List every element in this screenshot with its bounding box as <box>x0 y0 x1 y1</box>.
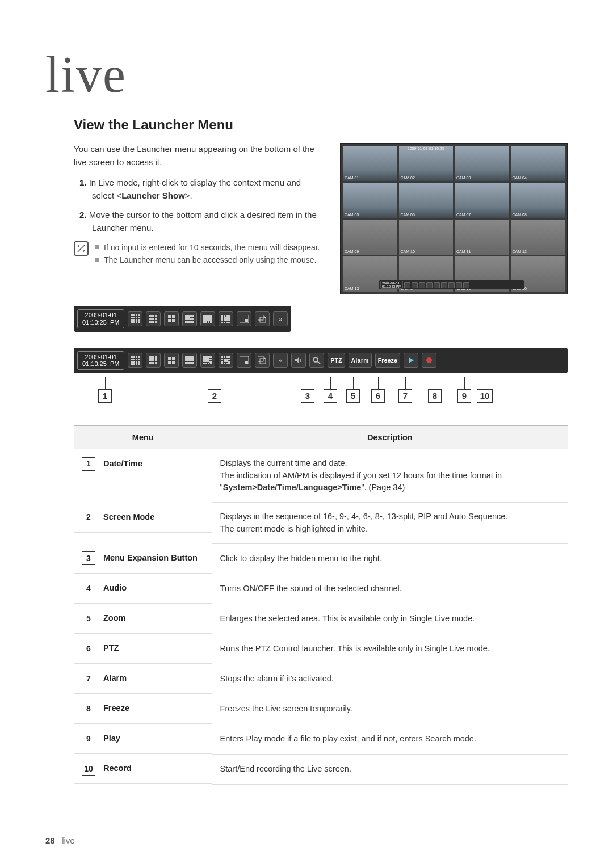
callout-3: 3 <box>301 389 314 403</box>
desc-text: Turns ON/OFF the sound of the selected c… <box>220 584 402 593</box>
cam-label: CAM 13 <box>345 286 359 290</box>
row-number: 6 <box>82 642 95 655</box>
grid-8-icon[interactable] <box>200 353 215 368</box>
svg-rect-28 <box>245 319 248 322</box>
bullet-icon <box>95 258 99 262</box>
datetime-box[interactable]: 2009-01-01 01:10:25 PM <box>77 351 124 370</box>
grid-16-icon[interactable] <box>128 311 142 326</box>
cam-tile: CAM 08 <box>511 183 565 218</box>
play-icon[interactable] <box>404 353 418 368</box>
description-cell: Start/End recording the Live screen. <box>212 754 568 784</box>
svg-rect-6 <box>203 315 209 321</box>
svg-rect-25 <box>226 322 228 323</box>
auto-sequence-icon[interactable] <box>255 311 270 326</box>
th-description: Description <box>212 425 568 449</box>
callout-line <box>308 377 308 389</box>
notes-block: If no input is entered for 10 seconds, t… <box>95 241 320 267</box>
menu-name: PTZ <box>103 642 119 655</box>
svg-rect-50 <box>221 359 223 360</box>
svg-rect-4 <box>188 321 191 323</box>
cam-label: CAM 02 <box>401 176 415 180</box>
menu-cell: 7Alarm <box>74 664 212 694</box>
menu-cell: 6PTZ <box>74 634 212 664</box>
description-cell: Stops the alarm if it's activated. <box>212 664 568 694</box>
mini-layout-btn <box>412 282 418 288</box>
pip-icon[interactable] <box>237 353 251 368</box>
svg-rect-12 <box>208 321 209 323</box>
cam-label: CAM 10 <box>401 250 415 254</box>
cam-tile: CAM 12 <box>511 220 565 255</box>
grid-4-icon[interactable] <box>164 353 179 368</box>
mini-layout-btn <box>441 282 447 288</box>
time-text: 01:10:25 <box>82 319 107 326</box>
row-number: 4 <box>82 582 95 595</box>
cam-label: CAM 03 <box>456 176 471 180</box>
overlay-timestamp: 2009-01-01 01:10:25 <box>408 146 444 150</box>
svg-rect-31 <box>185 356 190 361</box>
svg-rect-23 <box>221 322 223 323</box>
intro-text: You can use the Launcher menu appearing … <box>74 143 324 168</box>
svg-rect-8 <box>209 317 212 319</box>
datetime-box[interactable]: 2009-01-01 01:10:25 PM <box>77 309 124 328</box>
time-text: 01:10:25 <box>82 360 107 367</box>
svg-rect-51 <box>228 359 230 360</box>
desc-text: Click to display the hidden menu to the … <box>220 554 382 563</box>
callout-line <box>464 377 465 389</box>
ampm-text: PM <box>110 360 120 367</box>
cam-tile: CAM 07 <box>455 183 509 218</box>
svg-rect-42 <box>205 363 207 364</box>
ampm-text: PM <box>110 319 120 326</box>
alarm-button[interactable]: Alarm <box>349 353 372 368</box>
audio-icon[interactable] <box>291 353 306 368</box>
mini-timestamp: 2009-01-0101:10:25 PM <box>380 281 403 289</box>
menu-name: Zoom <box>103 612 125 625</box>
step-text: Move the cursor to the bottom and click … <box>89 210 317 233</box>
menu-name: Alarm <box>103 672 127 685</box>
freeze-button[interactable]: Freeze <box>375 353 401 368</box>
collapse-button-icon[interactable]: « <box>273 353 288 368</box>
pip-icon[interactable] <box>237 311 251 326</box>
cam-tile: CAM 03 <box>455 146 509 181</box>
svg-rect-53 <box>228 361 230 363</box>
callout-2: 2 <box>208 389 221 403</box>
svg-rect-48 <box>226 356 228 358</box>
mini-layout-btn <box>404 282 410 288</box>
desc-text: Runs the PTZ Control launcher. This is a… <box>220 644 490 653</box>
auto-sequence-icon[interactable] <box>255 353 270 368</box>
svg-line-63 <box>317 361 320 364</box>
cam-label: CAM 09 <box>345 250 359 254</box>
mini-layout-btn <box>456 282 462 288</box>
menu-description-table: Menu Description 1Date/TimeDisplays the … <box>74 425 568 785</box>
grid-9-icon[interactable] <box>146 311 161 326</box>
table-row: 3Menu Expansion ButtonClick to display t… <box>74 543 568 574</box>
zoom-icon[interactable] <box>309 353 324 368</box>
bullet-icon <box>95 245 99 249</box>
table-row: 5ZoomEnlarges the selected area. This is… <box>74 604 568 634</box>
step-2: 2. Move the cursor to the bottom and cli… <box>79 209 324 234</box>
grid-9-icon[interactable] <box>146 353 161 368</box>
grid-6-icon[interactable] <box>182 353 197 368</box>
step-1: 1. In Live mode, right-click to display … <box>79 176 324 202</box>
callout-4: 4 <box>324 389 337 403</box>
grid-13-icon[interactable] <box>219 353 233 368</box>
callout-6: 6 <box>371 389 385 403</box>
grid-6-icon[interactable] <box>182 311 197 326</box>
callout-line <box>105 377 106 389</box>
step-number: 2. <box>79 210 87 220</box>
cam-tile: CAM 01 <box>343 146 397 181</box>
mini-launcher-overlay: 2009-01-0101:10:25 PM <box>379 280 524 289</box>
grid-16-icon[interactable] <box>128 353 142 368</box>
row-number: 8 <box>82 702 95 715</box>
callout-9: 9 <box>457 389 471 403</box>
grid-4-icon[interactable] <box>164 311 179 326</box>
grid-8-icon[interactable] <box>200 311 215 326</box>
description-cell: Freezes the Live screen temporarily. <box>212 694 568 724</box>
desc-text: Displays in the sequence of 16-, 9-, 4-,… <box>220 512 508 533</box>
svg-rect-55 <box>224 363 225 364</box>
ptz-button[interactable]: PTZ <box>328 353 345 368</box>
svg-rect-2 <box>190 318 194 320</box>
record-icon[interactable] <box>422 353 436 368</box>
grid-13-icon[interactable] <box>219 311 233 326</box>
desc-text: Freezes the Live screen temporarily. <box>220 704 352 713</box>
expand-button-icon[interactable]: » <box>273 311 288 326</box>
